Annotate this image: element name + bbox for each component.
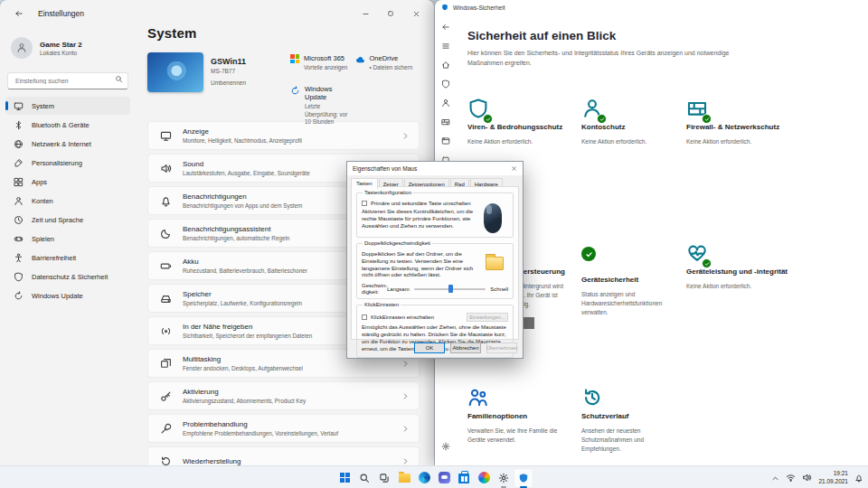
rail-firewall[interactable] [439,115,453,129]
sidebar-item-apps[interactable]: Apps [5,173,130,191]
search-icon [359,473,370,483]
clicklock-settings-button[interactable]: Einstellungen... [467,313,508,322]
notification-button[interactable] [854,470,863,486]
tile-account-protection[interactable]: Kontoschutz Keine Aktion erforderlich. [581,98,686,242]
start-button[interactable] [335,468,354,488]
settings-item-problembehandlung[interactable]: ProblembehandlungEmpfohlene Problembehan… [147,414,420,443]
maximize-icon [387,10,394,17]
microsoft365-icon [290,54,299,63]
clock[interactable]: 19:21 21.09.2021 [818,470,848,486]
shield-icon [14,272,24,282]
file-explorer-icon [399,474,410,483]
ok-button[interactable]: OK [414,343,445,353]
security-back-button[interactable] [439,20,453,34]
tile-subtitle: Keine Aktion erforderlich. [686,282,835,291]
task-view-icon [379,473,390,483]
slider-max-label: Schnell [490,286,508,292]
nearby-share-icon [160,325,172,337]
item-title: Aktivierung [183,388,306,396]
sidebar-item-time-language[interactable]: Zeit und Sprache [5,211,130,229]
device-model: MS-7B77 [211,68,246,74]
double-click-speed-slider[interactable] [414,285,486,293]
swap-buttons-checkbox[interactable]: Primäre und sekundäre Taste umschalten [362,201,477,206]
search-input[interactable] [7,72,128,89]
device-card: GSWin11 MS-7B77 Umbenennen [147,52,290,114]
sidebar-item-accessibility[interactable]: Barrierefreiheit [5,249,130,267]
user-account[interactable]: Game Star 2 Lokales Konto [7,34,128,61]
photos-button[interactable] [474,468,494,488]
taskbar-search-button[interactable] [354,468,374,488]
item-title: Speicher [183,290,302,298]
windows-update-card[interactable]: Windows UpdateLetzte Überprüfung: vor 10… [290,85,355,116]
nav-label: Apps [32,178,47,186]
settings-window-title: Einstellungen [38,9,84,18]
minimize-button[interactable] [353,4,378,23]
sidebar-item-network-internet[interactable]: Netzwerk & Internet [5,135,130,153]
rail-account-protection[interactable] [439,96,453,110]
security-settings-button[interactable] [439,439,453,454]
tray-overflow-button[interactable] [771,470,779,486]
check-icon [599,117,605,122]
bell-icon [854,474,863,483]
tile-firewall-network[interactable]: Firewall- & Netzwerkschutz Keine Aktion … [686,98,849,242]
tab-tasten[interactable]: Tasten [351,178,378,189]
sidebar-item-windows-update[interactable]: Windows Update [5,286,130,305]
close-button[interactable] [403,4,429,23]
chat-button[interactable] [434,468,454,488]
apply-button[interactable]: Übernehmen [486,343,517,353]
sidebar-item-system[interactable]: System [5,97,130,115]
item-title: Anzeige [183,127,302,136]
tile-family-options[interactable]: Familienoptionen Verwalten Sie, wie Ihre… [467,387,581,454]
rail-home[interactable] [439,58,453,72]
tile-device-security[interactable]: Gerätesicherheit Status anzeigen und Har… [581,242,686,387]
windows-security-icon [518,473,529,483]
file-explorer-button[interactable] [394,468,414,488]
task-view-button[interactable] [374,468,394,488]
slider-thumb[interactable] [448,285,453,293]
security-main: Sicherheit auf einen Blick Hier können S… [467,22,861,465]
cancel-button[interactable]: Abbrechen [450,343,481,353]
settings-taskbar-button[interactable] [494,468,514,488]
sidebar-item-personalization[interactable]: Personalisierung [5,154,130,172]
windows-security-taskbar-button[interactable] [514,468,533,488]
group-legend: Tastenkonfiguration [363,190,413,195]
onedrive-card[interactable]: OneDrive• Dateien sichern [355,54,420,85]
device-name: GSWin11 [211,57,246,66]
settings-item-aktivierung[interactable]: AktivierungAktivierungszustand, Abonneme… [147,381,420,410]
group-description: Aktivieren Sie dieses Kontrollkästchen, … [362,209,477,230]
microsoft365-card[interactable]: Microsoft 365Vorteile anzeigen [290,54,355,85]
gear-icon [498,473,509,483]
sidebar-item-bluetooth-devices[interactable]: Bluetooth & Geräte [5,116,130,134]
settings-item-anzeige[interactable]: AnzeigeMonitore, Helligkeit, Nachtmodus,… [147,121,420,150]
tile-device-performance[interactable]: Geräteleistung und -integrität Keine Akt… [686,242,849,387]
windows-security-logo-icon [441,4,448,11]
tile-protection-history[interactable]: Schutzverlauf Ansehen der neuesten Schut… [581,387,686,454]
network-button[interactable] [786,470,796,486]
tile-subtitle: Keine Aktion erforderlich. [467,137,567,146]
dialog-close-button[interactable] [505,162,523,175]
apps-grid-icon [14,177,24,187]
close-icon [412,10,420,18]
rail-app-browser-control[interactable] [439,134,453,148]
sidebar-item-accounts[interactable]: Konten [5,192,130,210]
tile-subtitle: Ansehen der neuesten Schutzmaßnahmen und… [581,427,672,453]
tile-title: Gerätesicherheit [581,276,672,285]
item-title: Problembehandlung [183,420,338,428]
multitask-icon [160,358,172,370]
group-doppelklickgeschwindigkeit: Doppelklickgeschwindigkeit Doppelklicken… [356,243,514,299]
test-folder-icon[interactable] [486,257,504,270]
photos-icon [478,472,490,483]
rail-virus-protection[interactable] [439,77,453,91]
clicklock-checkbox[interactable]: KlickEinrasten einschalten [362,314,434,320]
back-button[interactable] [9,5,29,23]
volume-button[interactable] [802,470,812,486]
rename-button[interactable]: Umbenennen [211,80,246,86]
store-button[interactable] [454,468,474,488]
sidebar-item-gaming[interactable]: Spielen [5,230,130,248]
menu-button[interactable] [439,39,453,53]
item-title: Wiederherstellung [183,457,241,465]
sidebar-item-privacy-security[interactable]: Datenschutz & Sicherheit [5,267,130,286]
edge-button[interactable] [414,468,434,488]
settings-item-wiederherstellung[interactable]: Wiederherstellung [147,446,420,465]
maximize-button[interactable] [378,4,403,23]
